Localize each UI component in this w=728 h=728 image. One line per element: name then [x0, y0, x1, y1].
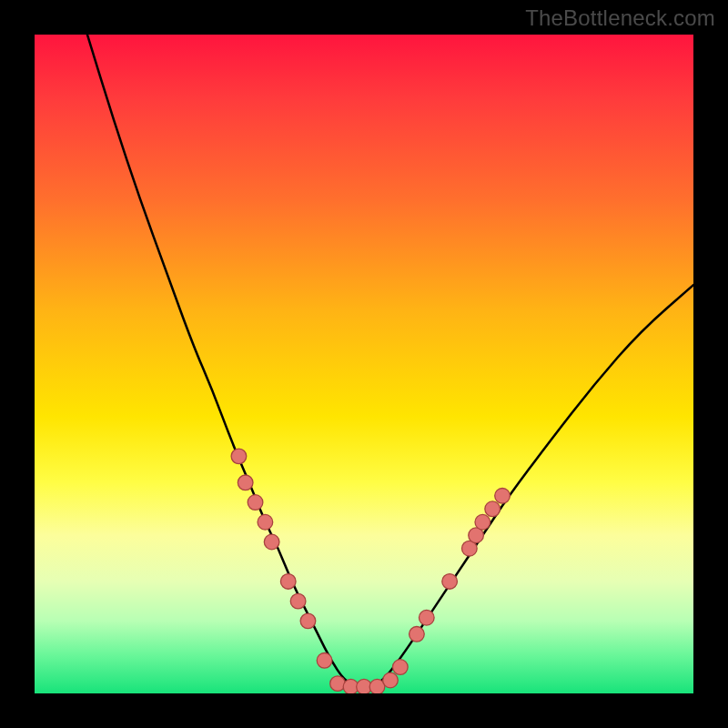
data-marker [442, 574, 458, 590]
data-marker [280, 574, 296, 590]
data-marker [264, 534, 279, 550]
chart-frame: TheBottleneck.com [0, 0, 728, 728]
data-marker [290, 593, 306, 609]
data-marker [419, 610, 434, 625]
data-marker [248, 495, 263, 511]
bottleneck-curve [87, 35, 693, 687]
data-marker [410, 627, 425, 642]
data-marker [231, 449, 247, 464]
data-marker [475, 514, 490, 530]
chart-svg [35, 35, 693, 693]
watermark-text: TheBottleneck.com [525, 5, 715, 31]
data-marker [485, 501, 500, 517]
data-markers [231, 449, 510, 693]
plot-area [35, 35, 693, 693]
data-marker [300, 613, 316, 629]
data-marker [392, 660, 408, 675]
data-marker [317, 652, 332, 668]
data-marker [238, 475, 253, 490]
data-marker [258, 514, 273, 530]
data-marker [383, 672, 399, 688]
data-marker [495, 488, 511, 503]
